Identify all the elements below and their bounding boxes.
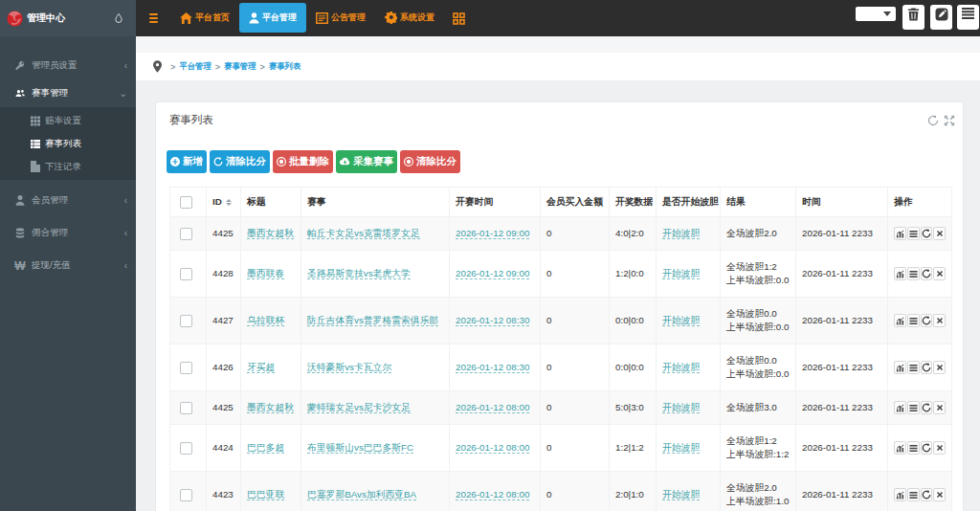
row-stats-button[interactable] [894, 401, 906, 414]
row-stats-button[interactable] [894, 441, 906, 455]
row-refresh-button[interactable] [921, 441, 933, 455]
batch-delete-button[interactable]: 批量删除 [273, 150, 333, 173]
row-checkbox[interactable] [180, 268, 192, 280]
row-stats-button[interactable] [894, 361, 906, 374]
row-list-button[interactable] [907, 401, 920, 414]
row-checkbox[interactable] [180, 442, 192, 455]
sidebar-subitem-odds-settings[interactable]: 赔率设置 [0, 109, 136, 132]
add-button[interactable]: 新增 [167, 150, 207, 173]
row-refresh-button[interactable] [921, 314, 933, 327]
start-bodan-link[interactable]: 开始波胆 [662, 402, 700, 413]
sort-icon[interactable] [226, 199, 232, 206]
title-link[interactable]: 牙买超 [247, 362, 275, 373]
button-label: 采集赛事 [353, 155, 393, 168]
row-list-button[interactable] [907, 314, 920, 327]
match-link[interactable]: 巴塞罗那BAvs加利西亚BA [307, 489, 416, 500]
match-link[interactable]: 防丘吉体育vs普罗格雷索俱乐部 [307, 315, 438, 326]
row-close-button[interactable] [933, 314, 946, 327]
row-close-button[interactable] [933, 401, 946, 414]
row-stats-button[interactable] [894, 314, 906, 327]
sidebar-menu: 管理员设置 ‹ 赛事管理 ⌄ 赔率设置 赛事列表 下注记录 [0, 36, 136, 279]
edit-button[interactable] [930, 5, 952, 30]
navbar-select[interactable] [856, 7, 896, 21]
cloud-download-icon [340, 157, 350, 167]
row-checkbox[interactable] [180, 315, 192, 327]
match-link[interactable]: 布里顿斯山vs巴巴多斯FC [307, 442, 413, 454]
breadcrumb-item-platform[interactable]: 平台管理 [179, 61, 212, 72]
list-button[interactable] [957, 5, 979, 30]
nav-item-platform-home[interactable]: 平台首页 [170, 3, 239, 33]
breadcrumb-item-match-mgmt[interactable]: 赛事管理 [224, 61, 256, 72]
sidebar-item-withdraw-deposit[interactable]: ₩ 提现/充值 ‹ [0, 252, 136, 279]
droplet-icon[interactable] [115, 12, 122, 24]
start-bodan-link[interactable]: 开始波胆 [662, 315, 700, 326]
title-link[interactable]: 巴巴亚联 [247, 489, 284, 500]
match-link[interactable]: 沃特豪斯vs卡瓦立尔 [307, 362, 391, 373]
collect-matches-button[interactable]: 采集赛事 [336, 150, 397, 173]
row-refresh-button[interactable] [921, 227, 933, 240]
start-time-link[interactable]: 2026-01-12 08:00 [456, 489, 529, 500]
row-list-button[interactable] [907, 227, 920, 240]
row-checkbox[interactable] [180, 489, 192, 501]
start-time-link[interactable]: 2026-01-12 09:00 [456, 268, 529, 279]
refresh-icon[interactable] [927, 115, 939, 126]
clear-score-button[interactable]: 清除比分 [210, 150, 270, 173]
row-checkbox[interactable] [180, 402, 192, 414]
row-stats-button[interactable] [894, 227, 906, 240]
row-list-button[interactable] [907, 361, 920, 374]
select-all-checkbox[interactable] [180, 196, 192, 209]
row-checkbox[interactable] [180, 362, 192, 374]
row-stats-button[interactable] [894, 488, 906, 501]
row-checkbox[interactable] [180, 228, 192, 240]
nav-item-platform-management[interactable]: 平台管理 [239, 3, 306, 33]
row-list-button[interactable] [907, 441, 920, 455]
match-link[interactable]: 蒙特瑞女足vs尼卡沙女足 [307, 402, 411, 413]
expand-icon[interactable] [944, 115, 955, 126]
clear-score-button-2[interactable]: 清除比分 [400, 150, 460, 173]
nav-item-system-settings[interactable]: 系统设置 [375, 3, 444, 33]
grid-icon[interactable] [444, 0, 474, 36]
start-bodan-link[interactable]: 开始波胆 [662, 228, 700, 239]
row-close-button[interactable] [933, 441, 946, 455]
sidebar-item-admin-settings[interactable]: 管理员设置 ‹ [0, 52, 136, 79]
logo[interactable]: 管理中心 [0, 0, 136, 36]
title-link[interactable]: 乌拉联杯 [247, 315, 284, 326]
sidebar-subitem-bet-records[interactable]: 下注记录 [0, 155, 136, 178]
sidebar-subitem-match-list[interactable]: 赛事列表 [0, 132, 136, 155]
button-label: 清除比分 [226, 155, 266, 168]
start-bodan-link[interactable]: 开始波胆 [662, 268, 700, 279]
nav-item-announcement-management[interactable]: 公告管理 [306, 3, 375, 33]
title-link[interactable]: 墨西女超秋 [247, 402, 294, 413]
start-bodan-link[interactable]: 开始波胆 [662, 489, 700, 500]
match-link[interactable]: 圣路易斯竞技vs老虎大学 [307, 268, 411, 279]
row-close-button[interactable] [933, 361, 946, 374]
sidebar-item-match-management[interactable]: 赛事管理 ⌄ [0, 79, 136, 107]
start-bodan-link[interactable]: 开始波胆 [662, 442, 700, 454]
row-refresh-button[interactable] [921, 488, 933, 501]
match-link[interactable]: 帕丘卡女足vs克雷塔罗女足 [307, 228, 420, 239]
row-refresh-button[interactable] [921, 401, 933, 414]
start-time-link[interactable]: 2026-01-12 08:00 [456, 402, 529, 413]
title-link[interactable]: 墨西联春 [247, 268, 284, 279]
cell-title: 墨西女超秋 [241, 217, 301, 251]
row-close-button[interactable] [933, 227, 946, 240]
start-time-link[interactable]: 2026-01-12 08:30 [456, 315, 529, 326]
row-list-button[interactable] [907, 488, 920, 501]
row-refresh-button[interactable] [921, 267, 933, 280]
row-list-button[interactable] [907, 267, 920, 280]
row-close-button[interactable] [933, 488, 946, 501]
start-time-link[interactable]: 2026-01-12 09:00 [456, 228, 529, 239]
sidebar-toggle-button[interactable] [136, 0, 170, 36]
row-refresh-button[interactable] [921, 361, 933, 374]
start-time-link[interactable]: 2026-01-12 08:30 [456, 362, 529, 373]
start-time-link[interactable]: 2026-01-12 08:00 [456, 442, 529, 454]
title-link[interactable]: 巴巴多超 [247, 442, 284, 454]
sidebar-item-member-management[interactable]: 会员管理 ‹ [0, 187, 136, 214]
breadcrumb-item-match-list[interactable]: 赛事列表 [269, 61, 301, 72]
row-stats-button[interactable] [894, 267, 906, 280]
trash-button[interactable] [902, 5, 924, 30]
title-link[interactable]: 墨西女超秋 [247, 228, 294, 239]
start-bodan-link[interactable]: 开始波胆 [662, 362, 700, 373]
row-close-button[interactable] [933, 267, 946, 280]
sidebar-item-commission-management[interactable]: 佣合管理 ‹ [0, 219, 136, 247]
